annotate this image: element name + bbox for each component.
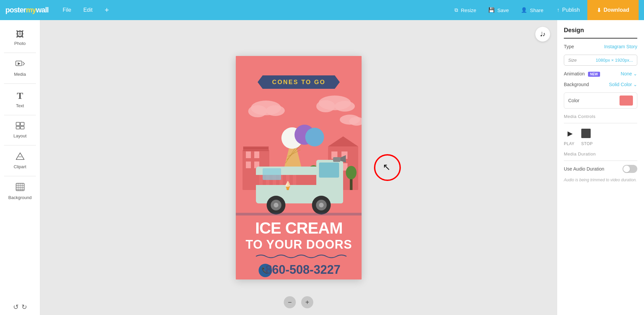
main-layout: 🖼 Photo Media T Text: [0, 20, 644, 315]
undo-button[interactable]: ↺: [13, 303, 19, 311]
media-controls-divider: [564, 123, 637, 123]
chevron-down-icon-2: ⌄: [633, 82, 637, 87]
redo-button[interactable]: ↻: [21, 303, 27, 311]
add-button[interactable]: +: [99, 3, 115, 17]
sidebar-item-layout-label: Layout: [13, 133, 26, 138]
svg-rect-70: [236, 213, 362, 215]
zoom-out-button[interactable]: −: [284, 296, 296, 308]
svg-point-20: [266, 105, 285, 116]
music-button[interactable]: ♩♪: [535, 27, 550, 42]
svg-rect-4: [16, 126, 20, 129]
layout-icon: [16, 122, 24, 131]
background-solid-button[interactable]: Solid Color ⌄: [609, 82, 637, 87]
logo-text: postermywall: [5, 6, 49, 14]
svg-point-22: [316, 100, 335, 112]
toggle-row: Use Audio Duration: [564, 165, 637, 173]
svg-rect-5: [20, 126, 24, 129]
size-label: Size: [568, 58, 577, 63]
publish-button[interactable]: ↑ Publish: [549, 0, 587, 20]
clipart-icon: [16, 152, 24, 162]
toggle-knob: [623, 166, 630, 172]
play-button[interactable]: ▶: [564, 127, 576, 139]
type-value: Instagram Story: [604, 44, 637, 49]
color-swatch[interactable]: [620, 96, 633, 106]
zoom-in-button[interactable]: +: [301, 296, 313, 308]
edit-menu[interactable]: Edit: [77, 4, 99, 16]
svg-point-57: [274, 203, 278, 207]
media-labels: PLAY STOP: [564, 141, 637, 146]
svg-rect-53: [263, 168, 281, 180]
share-icon: 👤: [521, 7, 527, 13]
svg-text:CONES TO GO: CONES TO GO: [272, 79, 326, 85]
file-menu[interactable]: File: [57, 4, 77, 16]
use-audio-label: Use Audio Duration: [564, 166, 604, 172]
sidebar-divider-2: [4, 83, 36, 84]
sidebar-divider-3: [4, 115, 36, 115]
animation-none-button[interactable]: None ⌄: [621, 71, 637, 76]
poster-canvas[interactable]: CONES TO GO: [236, 56, 362, 279]
new-badge: NEW: [588, 72, 600, 77]
svg-text:TO YOUR DOORS: TO YOUR DOORS: [246, 238, 352, 251]
media-icon: [15, 60, 25, 70]
color-label: Color: [568, 98, 579, 103]
sidebar: 🖼 Photo Media T Text: [0, 20, 40, 315]
share-button[interactable]: 👤 Share: [515, 4, 549, 16]
type-row: Type Instagram Story: [564, 44, 637, 49]
sidebar-item-photo-label: Photo: [14, 41, 26, 46]
svg-rect-47: [259, 175, 263, 185]
cursor-arrow-icon: ↖: [383, 162, 390, 173]
download-icon: ⬇: [597, 7, 601, 13]
media-controls-label: Media Controls: [564, 114, 637, 119]
svg-marker-6: [16, 153, 24, 160]
panel-divider: [564, 38, 637, 39]
svg-rect-30: [254, 151, 259, 158]
media-duration-divider: [564, 161, 637, 161]
sidebar-item-text-label: Text: [16, 103, 24, 108]
animation-label: Animation NEW: [564, 71, 600, 76]
stop-button[interactable]: [581, 129, 591, 138]
play-label: PLAY: [564, 141, 575, 146]
svg-point-67: [305, 128, 324, 146]
svg-rect-29: [246, 151, 251, 158]
sidebar-item-text[interactable]: T Text: [0, 86, 40, 112]
resize-button[interactable]: ⧉ Resize: [448, 4, 482, 16]
zoom-controls: − +: [284, 296, 313, 308]
svg-rect-68: [333, 157, 340, 162]
background-label: Background: [564, 82, 589, 87]
sidebar-item-photo[interactable]: 🖼 Photo: [0, 25, 40, 50]
download-button[interactable]: ⬇ Download: [587, 0, 639, 20]
svg-text:860-508-3227: 860-508-3227: [265, 263, 340, 276]
sidebar-item-media-label: Media: [14, 72, 26, 77]
cursor-overlay: ↖: [374, 154, 401, 181]
sidebar-item-media[interactable]: Media: [0, 56, 40, 81]
background-row: Background Solid Color ⌄: [564, 82, 637, 87]
svg-text:ICE CREAM: ICE CREAM: [255, 219, 342, 237]
save-icon: 💾: [488, 7, 495, 13]
panel-title: Design: [564, 27, 637, 34]
sidebar-item-clipart-label: Clipart: [14, 164, 26, 169]
save-button[interactable]: 💾 Save: [482, 4, 515, 16]
media-duration-label: Media Duration: [564, 151, 637, 156]
sidebar-divider-4: [4, 145, 36, 145]
svg-point-60: [319, 203, 324, 207]
sidebar-item-layout[interactable]: Layout: [0, 118, 40, 142]
sidebar-item-background[interactable]: Background: [0, 179, 40, 204]
topnav: postermywall File Edit + ⧉ Resize 💾 Save…: [0, 0, 644, 20]
svg-marker-1: [18, 62, 20, 65]
svg-point-42: [346, 166, 357, 179]
sidebar-item-clipart[interactable]: Clipart: [0, 148, 40, 173]
size-box[interactable]: Size 1080px × 1920px...: [564, 55, 637, 66]
sidebar-divider-1: [4, 53, 36, 53]
sidebar-item-background-label: Background: [8, 195, 32, 200]
stop-label: STOP: [581, 141, 593, 146]
svg-rect-52: [293, 175, 296, 185]
svg-point-23: [335, 101, 355, 112]
right-panel: Design Type Instagram Story Size 1080px …: [557, 20, 644, 315]
photo-icon: 🖼: [16, 29, 24, 39]
use-audio-toggle[interactable]: [623, 165, 637, 173]
color-row: Color: [564, 92, 637, 109]
type-label: Type: [564, 44, 574, 49]
media-buttons: ▶: [564, 127, 637, 139]
svg-text:🍦: 🍦: [283, 181, 293, 190]
svg-rect-2: [16, 122, 20, 126]
